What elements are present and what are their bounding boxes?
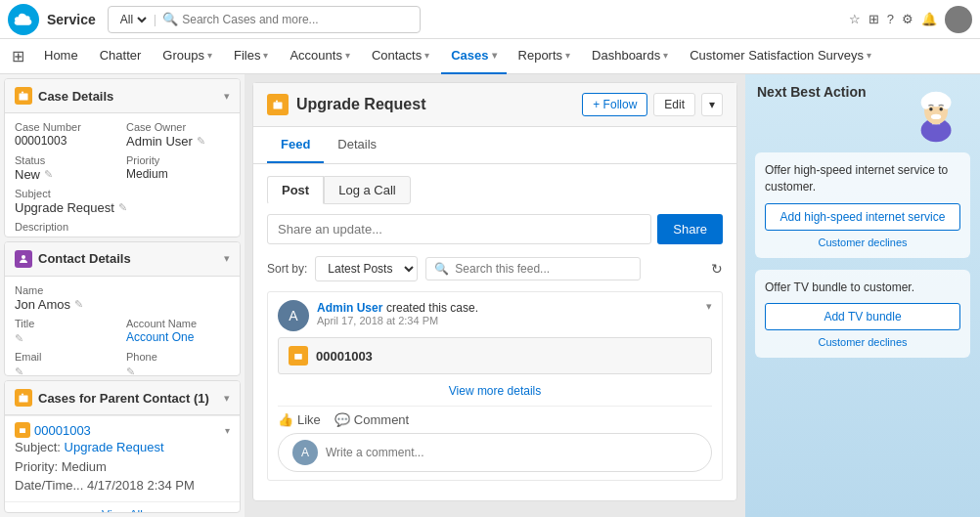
follow-button[interactable]: + Follow: [582, 93, 647, 116]
tab-feed[interactable]: Feed: [267, 127, 324, 163]
feed-author[interactable]: Admin User: [317, 301, 382, 315]
edit-button[interactable]: Edit: [653, 93, 695, 116]
feed-action: created this case.: [386, 301, 478, 315]
user-avatar[interactable]: [945, 6, 972, 33]
case-ref-icon: [289, 346, 308, 366]
case-icon: [15, 87, 32, 105]
sidebar-item-home[interactable]: Home: [34, 39, 88, 74]
nba-decline-link-1[interactable]: Customer declines: [765, 237, 960, 248]
salesforce-logo[interactable]: [8, 4, 39, 35]
sidebar-item-contacts[interactable]: Contacts ▾: [362, 39, 439, 74]
top-right-icons: ☆ ⊞ ? ⚙ 🔔: [849, 6, 972, 33]
bell-icon[interactable]: 🔔: [921, 12, 937, 26]
view-more-link[interactable]: View more details: [278, 380, 712, 406]
feed-item-chevron[interactable]: ▾: [706, 300, 712, 313]
sort-label: Sort by:: [267, 262, 307, 276]
case-main-header: Upgrade Request + Follow Edit ▾: [253, 83, 736, 127]
feed-avatar: A: [278, 300, 309, 331]
tabs-bar: Feed Details: [253, 127, 736, 164]
email-edit-icon[interactable]: ✎: [15, 366, 23, 377]
subject-edit-icon[interactable]: ✎: [118, 201, 127, 214]
feed-content: Admin User created this case. April 17, …: [317, 300, 706, 326]
cases-parent-card: Cases for Parent Contact (1) ▾ 00001003 …: [4, 380, 241, 513]
search-input[interactable]: [182, 13, 412, 26]
svg-rect-4: [274, 103, 283, 109]
nba-decline-link-2[interactable]: Customer declines: [765, 336, 960, 348]
view-all-button[interactable]: View All: [5, 501, 240, 513]
account-name-value[interactable]: Account One: [126, 330, 230, 344]
case-list-item: 00001003 ▾ Subject: Upgrade Request Prio…: [5, 415, 240, 501]
contact-icon: [15, 250, 32, 268]
case-list-chevron[interactable]: ▾: [225, 425, 230, 436]
like-button[interactable]: 👍 Like: [278, 412, 321, 427]
priority-value: Medium: [126, 167, 230, 181]
help-icon[interactable]: ?: [887, 12, 894, 26]
contact-details-header: Contact Details ▾: [5, 242, 240, 277]
case-owner-field: Case Owner Admin User ✎: [126, 121, 230, 149]
search-divider: |: [154, 12, 156, 26]
nba-card-1: Offer high-speed internet service to cus…: [755, 152, 970, 258]
sidebar-item-chatter[interactable]: Chatter: [90, 39, 152, 74]
account-name-label: Account Name: [126, 318, 230, 329]
search-bar: All | 🔍: [108, 6, 421, 33]
svg-point-14: [940, 108, 943, 110]
sidebar-item-files[interactable]: Files ▾: [224, 39, 278, 74]
search-icon: 🔍: [162, 12, 178, 26]
refresh-icon[interactable]: ↻: [711, 261, 723, 277]
contact-details-chevron[interactable]: ▾: [224, 252, 230, 265]
contact-details-title: Contact Details: [38, 251, 131, 266]
comment-button[interactable]: 💬 Comment: [334, 412, 409, 427]
cases-parent-chevron[interactable]: ▾: [224, 392, 230, 405]
plus-icon[interactable]: ⊞: [869, 12, 879, 26]
subject-field: Subject Upgrade Request ✎: [15, 188, 230, 215]
description-field: Description ✎: [15, 221, 230, 237]
case-details-chevron[interactable]: ▾: [224, 90, 230, 103]
svg-point-13: [929, 108, 932, 110]
search-scope-select[interactable]: All: [116, 12, 150, 27]
share-input[interactable]: [267, 214, 651, 244]
contact-name-edit-icon[interactable]: ✎: [74, 298, 83, 311]
case-main-title: Upgrade Request: [296, 96, 425, 113]
contact-title-edit-icon[interactable]: ✎: [15, 332, 23, 344]
nba-title: Next Best Action: [757, 84, 867, 100]
sidebar-item-customer-satisfaction[interactable]: Customer Satisfaction Surveys ▾: [680, 39, 881, 74]
nba-action-button-2[interactable]: Add TV bundle: [765, 303, 960, 330]
more-button[interactable]: ▾: [701, 93, 723, 116]
svg-point-11: [941, 96, 951, 109]
comment-input[interactable]: [326, 446, 697, 459]
search-feed-input[interactable]: [455, 262, 632, 276]
tab-details[interactable]: Details: [324, 127, 390, 163]
sidebar-item-reports[interactable]: Reports ▾: [509, 39, 581, 74]
email-phone-row: Email ✎ Phone ✎: [15, 351, 230, 377]
chevron-down-icon: ▾: [345, 50, 350, 61]
chevron-down-icon: ▾: [867, 50, 871, 61]
description-label: Description: [15, 221, 230, 233]
nba-action-button-1[interactable]: Add high-speed internet service: [765, 203, 960, 231]
post-tab-post[interactable]: Post: [267, 176, 324, 204]
grid-icon[interactable]: ⊞: [12, 47, 24, 65]
description-edit-icon[interactable]: ✎: [15, 235, 230, 237]
status-edit-icon[interactable]: ✎: [44, 168, 53, 181]
sidebar-item-accounts[interactable]: Accounts ▾: [280, 39, 359, 74]
sort-select[interactable]: Latest Posts: [315, 256, 418, 281]
sidebar-item-cases[interactable]: Cases ▾: [441, 39, 506, 74]
case-number-link[interactable]: 00001003 ▾: [15, 422, 230, 438]
case-title-icon: [267, 94, 289, 115]
svg-point-1: [22, 255, 25, 259]
contact-name-label: Name: [15, 284, 230, 296]
sidebar-item-dashboards[interactable]: Dashboards ▾: [582, 39, 678, 74]
cases-parent-title: Cases for Parent Contact (1): [38, 391, 209, 406]
case-owner-edit-icon[interactable]: ✎: [197, 135, 205, 148]
cases-parent-header: Cases for Parent Contact (1) ▾: [5, 381, 240, 415]
share-button[interactable]: Share: [657, 214, 723, 244]
content-area: Case Details ▾ Case Number 00001003 Case…: [0, 74, 980, 517]
chevron-down-icon: ▾: [207, 50, 212, 61]
gear-icon[interactable]: ⚙: [902, 12, 913, 26]
case-details-card: Case Details ▾ Case Number 00001003 Case…: [4, 78, 241, 237]
sort-row: Sort by: Latest Posts 🔍 ↻: [267, 256, 723, 281]
sidebar-item-groups[interactable]: Groups ▾: [153, 39, 222, 74]
main-nav: ⊞ Home Chatter Groups ▾ Files ▾ Accounts…: [0, 39, 980, 74]
post-tab-log-call[interactable]: Log a Call: [324, 176, 411, 204]
star-icon[interactable]: ☆: [849, 12, 861, 26]
phone-edit-icon[interactable]: ✎: [126, 366, 135, 377]
